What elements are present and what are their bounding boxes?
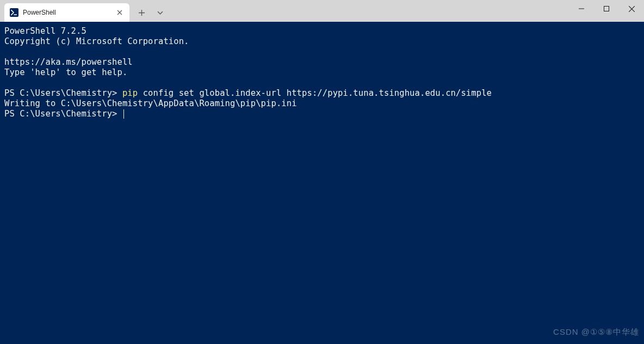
new-tab-button[interactable] (133, 4, 150, 21)
close-window-button[interactable] (619, 0, 644, 17)
terminal-output[interactable]: PowerShell 7.2.5 Copyright (c) Microsoft… (0, 22, 644, 124)
command-args: config set global.index-url https://pypi… (138, 88, 492, 98)
output-line: PowerShell 7.2.5 (4, 26, 86, 36)
watermark: CSDN @①⑤⑧中华雄 (553, 327, 639, 337)
output-line: Copyright (c) Microsoft Corporation. (4, 36, 189, 46)
close-tab-button[interactable] (115, 8, 124, 17)
tab-actions (133, 3, 169, 22)
output-line: Writing to C:\Users\Chemistry\AppData\Ro… (4, 99, 297, 108)
cursor (123, 109, 125, 119)
output-line: Type 'help' to get help. (4, 67, 127, 77)
window-controls (569, 0, 644, 17)
prompt: PS C:\Users\Chemistry> (4, 109, 122, 119)
tab-dropdown-button[interactable] (151, 4, 169, 21)
maximize-button[interactable] (594, 0, 619, 17)
output-line: https://aka.ms/powershell (4, 57, 133, 67)
powershell-icon (10, 8, 18, 17)
minimize-button[interactable] (569, 0, 594, 17)
titlebar: PowerShell (0, 0, 644, 22)
svg-rect-2 (604, 7, 609, 11)
tab-title: PowerShell (23, 9, 111, 16)
command-keyword: pip (122, 88, 138, 98)
terminal-tab[interactable]: PowerShell (4, 3, 129, 22)
prompt: PS C:\Users\Chemistry> (4, 88, 122, 98)
